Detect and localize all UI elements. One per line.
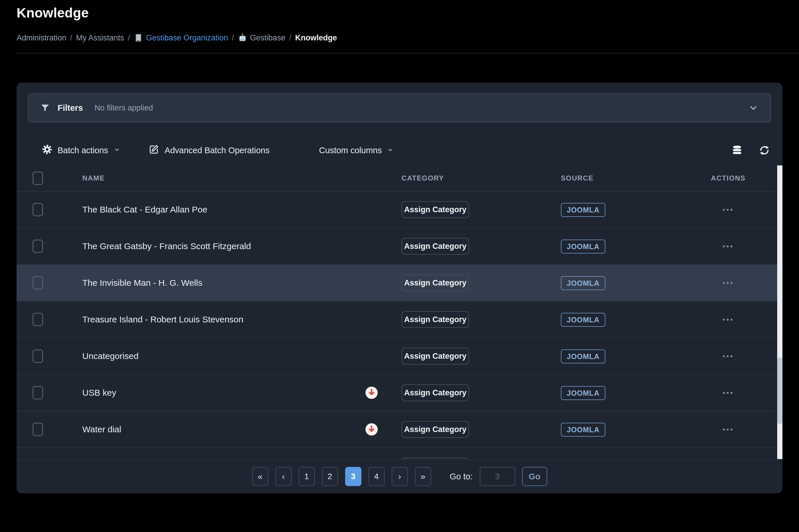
breadcrumb-item-label: Gestibase: [250, 34, 286, 42]
breadcrumb-item-label: Administration: [17, 34, 66, 42]
filters-panel[interactable]: Filters No filters applied: [28, 93, 771, 122]
assign-category-button[interactable]: Assign Category: [401, 348, 469, 364]
row-name: Water dial: [82, 424, 121, 434]
pagination-next[interactable]: ›: [392, 467, 408, 486]
breadcrumb-item-label: My Assistants: [76, 34, 124, 42]
table-row-partial[interactable]: Assign Category JOOMLA •••: [17, 448, 782, 459]
filters-status: No filters applied: [95, 103, 153, 113]
column-header-actions: ACTIONS: [711, 174, 777, 182]
row-name: USB key: [82, 388, 116, 398]
select-all-checkbox[interactable]: [33, 172, 43, 185]
table-row[interactable]: The Black Cat - Edgar Allan Poe Assign C…: [17, 191, 782, 228]
row-checkbox[interactable]: [33, 349, 43, 363]
refresh-icon[interactable]: [758, 144, 771, 157]
row-actions-button[interactable]: •••: [711, 425, 777, 434]
pagination-bar: «‹1234›»Go to: Go: [17, 459, 782, 493]
row-checkbox[interactable]: [33, 386, 43, 399]
building-icon: [134, 33, 143, 42]
pagination-page-4[interactable]: 4: [368, 467, 385, 486]
row-name: The Black Cat - Edgar Allan Poe: [82, 205, 207, 214]
assign-category-button[interactable]: Assign Category: [401, 311, 469, 328]
table-scrollbar-track[interactable]: [777, 166, 782, 459]
gear-icon: [42, 144, 52, 157]
source-badge: JOOMLA: [561, 349, 605, 363]
batch-actions-button[interactable]: Batch actions: [42, 144, 120, 157]
chevron-down-icon[interactable]: [748, 102, 759, 113]
go-button[interactable]: Go: [522, 467, 547, 486]
breadcrumb-item-gestibase[interactable]: Gestibase: [238, 33, 286, 42]
breadcrumb-item-my-assistants[interactable]: My Assistants: [76, 34, 124, 42]
breadcrumb-separator: /: [232, 34, 234, 42]
sync-error-icon: [365, 423, 378, 436]
goto-page-input[interactable]: [480, 467, 515, 486]
breadcrumb-item-administration[interactable]: Administration: [17, 34, 66, 42]
chevron-down-icon: [387, 146, 394, 155]
breadcrumb: Administration/My Assistants/Gestibase O…: [17, 32, 782, 44]
breadcrumb-item-knowledge: Knowledge: [295, 34, 337, 42]
table-row[interactable]: The Great Gatsby - Francis Scott Fitzger…: [17, 228, 782, 264]
source-badge: JOOMLA: [561, 276, 605, 290]
row-name: The Invisible Man - H. G. Wells: [82, 278, 202, 288]
row-checkbox[interactable]: [33, 276, 43, 289]
row-checkbox[interactable]: [33, 240, 43, 253]
assign-category-button[interactable]: Assign Category: [401, 274, 469, 291]
assign-category-button[interactable]: Assign Category: [401, 238, 469, 255]
pagination-last[interactable]: »: [415, 467, 431, 486]
row-actions-button[interactable]: •••: [711, 388, 777, 397]
breadcrumb-item-label: Gestibase Organization: [146, 34, 228, 42]
advanced-batch-operations-button[interactable]: Advanced Batch Operations: [148, 144, 269, 157]
edit-square-icon: [148, 144, 159, 157]
pagination-page-3[interactable]: 3: [345, 467, 361, 486]
column-header-category: CATEGORY: [401, 174, 561, 182]
pagination-prev[interactable]: ‹: [275, 467, 292, 486]
row-actions-button[interactable]: •••: [711, 315, 777, 324]
assign-category-button[interactable]: Assign Category: [401, 458, 469, 459]
table-header-row: NAME CATEGORY SOURCE ACTIONS: [17, 166, 782, 191]
pagination-page-2[interactable]: 2: [322, 467, 338, 486]
chevron-down-icon: [113, 146, 120, 155]
table-row[interactable]: The Invisible Man - H. G. Wells Assign C…: [17, 264, 782, 301]
table-row[interactable]: Treasure Island - Robert Louis Stevenson…: [17, 301, 782, 338]
column-header-name: NAME: [82, 174, 401, 182]
breadcrumb-separator: /: [289, 34, 291, 42]
assign-category-button[interactable]: Assign Category: [401, 201, 469, 218]
pagination-page-1[interactable]: 1: [299, 467, 315, 486]
source-badge: JOOMLA: [561, 203, 605, 217]
row-actions-button[interactable]: •••: [711, 242, 777, 251]
custom-columns-label: Custom columns: [319, 146, 382, 155]
table-toolbar: Batch actions Advanced Batch Operations …: [28, 141, 771, 159]
goto-label: Go to:: [450, 472, 473, 481]
breadcrumb-separator: /: [70, 34, 72, 42]
header-divider: [17, 53, 799, 54]
filters-label: Filters: [58, 103, 83, 113]
page-header: Knowledge Administration/My Assistants/G…: [0, 0, 799, 44]
custom-columns-button[interactable]: Custom columns: [319, 146, 394, 155]
source-badge: JOOMLA: [561, 240, 605, 253]
robot-icon: [238, 33, 247, 42]
knowledge-card: Filters No filters applied Batch actions: [17, 82, 782, 493]
row-checkbox[interactable]: [33, 203, 43, 216]
breadcrumb-item-gestibase-organization[interactable]: Gestibase Organization: [134, 33, 228, 42]
breadcrumb-item-label: Knowledge: [295, 34, 337, 42]
table-row[interactable]: USB key Assign Category JOOMLA •••: [17, 374, 782, 411]
table-row[interactable]: Uncategorised Assign Category JOOMLA •••: [17, 338, 782, 374]
row-name: Uncategorised: [82, 351, 138, 361]
pagination-first[interactable]: «: [252, 467, 268, 486]
filter-icon: [40, 103, 50, 113]
row-checkbox[interactable]: [33, 313, 43, 326]
column-header-source: SOURCE: [561, 174, 711, 182]
assign-category-button[interactable]: Assign Category: [401, 421, 469, 438]
assign-category-button[interactable]: Assign Category: [401, 384, 469, 401]
row-actions-button[interactable]: •••: [711, 205, 777, 214]
row-name: Treasure Island - Robert Louis Stevenson: [82, 315, 243, 324]
page-title: Knowledge: [17, 5, 782, 20]
row-actions-button[interactable]: •••: [711, 352, 777, 361]
table-row[interactable]: Water dial Assign Category JOOMLA •••: [17, 411, 782, 448]
database-icon[interactable]: [730, 144, 744, 157]
row-checkbox[interactable]: [33, 423, 43, 436]
breadcrumb-separator: /: [128, 34, 130, 42]
source-badge: JOOMLA: [561, 313, 605, 327]
source-badge: JOOMLA: [561, 423, 605, 437]
row-actions-button[interactable]: •••: [711, 279, 777, 287]
table-scrollbar-thumb[interactable]: [777, 357, 782, 424]
